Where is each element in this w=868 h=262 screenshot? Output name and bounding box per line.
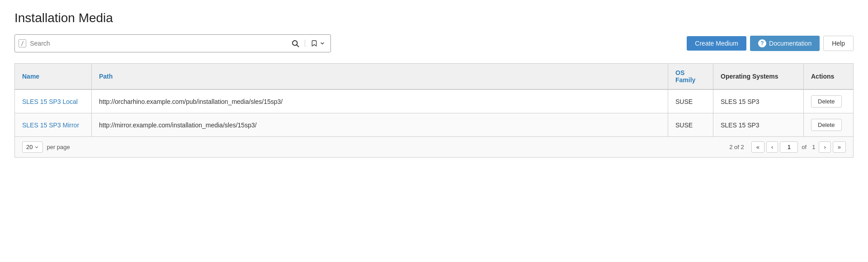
docs-label: Documentation bbox=[769, 40, 811, 47]
column-header-name[interactable]: Name bbox=[15, 64, 92, 90]
per-page-control: 20 per page bbox=[22, 141, 70, 153]
bookmark-icon bbox=[311, 40, 318, 47]
page-title: Installation Media bbox=[14, 11, 854, 25]
cell-actions: Delete bbox=[804, 113, 854, 137]
cell-path: http://mirror.example.com/installation_m… bbox=[92, 113, 668, 137]
pagination-controls: 2 of 2 « ‹ of 1 › » bbox=[729, 141, 846, 153]
column-header-actions: Actions bbox=[804, 64, 854, 90]
delete-button[interactable]: Delete bbox=[811, 119, 842, 131]
create-medium-button[interactable]: Create Medium bbox=[687, 36, 746, 51]
search-area: / bbox=[14, 34, 331, 52]
page-number-input[interactable] bbox=[780, 141, 798, 153]
cell-name[interactable]: SLES 15 SP3 Mirror bbox=[15, 113, 92, 137]
toolbar: / Create Medium ? Documentation Help bbox=[14, 34, 854, 52]
next-page-button[interactable]: › bbox=[819, 141, 830, 153]
last-page-button[interactable]: » bbox=[833, 141, 846, 153]
search-icon bbox=[291, 39, 299, 47]
table-row: SLES 15 SP3 Localhttp://orcharhino.examp… bbox=[15, 89, 854, 113]
info-icon: ? bbox=[758, 39, 766, 47]
help-button[interactable]: Help bbox=[823, 36, 854, 51]
column-header-os-family[interactable]: OSFamily bbox=[668, 64, 713, 90]
table-header-row: Name Path OSFamily Operating Systems Act… bbox=[15, 64, 854, 90]
installation-media-table: Name Path OSFamily Operating Systems Act… bbox=[14, 63, 854, 158]
svg-line-1 bbox=[297, 45, 298, 47]
search-input[interactable] bbox=[30, 40, 286, 47]
bookmark-dropdown-button[interactable] bbox=[305, 40, 330, 47]
search-button[interactable] bbox=[286, 39, 305, 47]
of-label: of bbox=[802, 144, 807, 150]
per-page-select[interactable]: 20 bbox=[22, 141, 43, 153]
search-slash-icon: / bbox=[19, 39, 26, 47]
table-row: SLES 15 SP3 Mirrorhttp://mirror.example.… bbox=[15, 113, 854, 137]
pagination-row: 20 per page 2 of 2 « ‹ of 1 bbox=[15, 136, 854, 158]
prev-page-button[interactable]: ‹ bbox=[766, 141, 778, 153]
cell-name[interactable]: SLES 15 SP3 Local bbox=[15, 89, 92, 113]
total-pages: 1 bbox=[812, 144, 815, 150]
cell-operating-systems: SLES 15 SP3 bbox=[713, 89, 804, 113]
cell-actions: Delete bbox=[804, 89, 854, 113]
cell-operating-systems: SLES 15 SP3 bbox=[713, 113, 804, 137]
column-header-operating-systems: Operating Systems bbox=[713, 64, 804, 90]
delete-button[interactable]: Delete bbox=[811, 95, 842, 108]
chevron-down-icon bbox=[320, 41, 325, 46]
cell-path: http://orcharhino.example.com/pub/instal… bbox=[92, 89, 668, 113]
per-page-chevron-icon bbox=[34, 145, 39, 150]
pagination-bar: 20 per page 2 of 2 « ‹ of 1 bbox=[15, 136, 853, 157]
action-buttons: Create Medium ? Documentation Help bbox=[687, 36, 854, 51]
per-page-label: per page bbox=[47, 144, 70, 150]
documentation-button[interactable]: ? Documentation bbox=[750, 36, 820, 51]
cell-os-family: SUSE bbox=[668, 113, 713, 137]
column-header-path[interactable]: Path bbox=[92, 64, 668, 90]
per-page-value: 20 bbox=[26, 144, 33, 150]
cell-os-family: SUSE bbox=[668, 89, 713, 113]
first-page-button[interactable]: « bbox=[751, 141, 764, 153]
page-info: 2 of 2 bbox=[729, 144, 744, 150]
